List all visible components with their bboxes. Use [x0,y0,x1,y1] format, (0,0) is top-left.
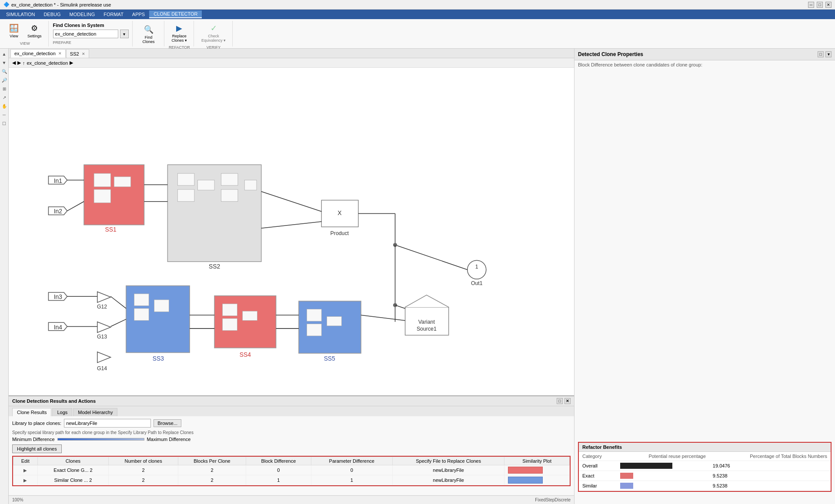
find-clones-button[interactable]: 🔍 FindClones [137,22,160,47]
slider-bar[interactable] [57,438,144,441]
menu-modeling[interactable]: MODELING [65,11,100,18]
menu-format[interactable]: FORMAT [99,11,128,18]
nav-forward[interactable]: ▶ [17,60,21,66]
browse-button[interactable]: Browse... [154,419,181,427]
row2-similarity-plot [504,475,570,485]
similar-category: Similar [579,481,617,491]
toolbar-group-verify: ✓ CheckEquivalency ▾ VERIFY [195,21,233,46]
sidebar-zoom-out[interactable]: 🔎 [1,76,8,83]
toolbar-group-refactor: ▶ ReplaceClones ▾ REFACTOR [165,21,194,46]
col-num-clones: Number of clones [109,457,178,465]
status-mode: FixedStepDiscrete [535,497,571,502]
maximize-button[interactable]: □ [817,2,823,8]
slider-min-label: Minimum Difference [12,437,55,442]
row2-blocks-per-clone: 2 [178,475,246,485]
title-text: ex_clone_detection * - Simulink prerelea… [11,2,111,7]
in2-block: In2 [48,207,67,215]
bottom-panel-close[interactable]: ✕ [564,398,571,404]
highlight-all-clones-button[interactable]: Highlight all clones [12,444,62,453]
svg-rect-11 [177,173,194,186]
view-button[interactable]: 🪟 View [5,22,23,40]
row2-specify-file: newLibraryFile [392,475,504,485]
col-edit: Edit [13,457,38,465]
sidebar-select[interactable]: ↗ [1,94,8,101]
svg-rect-42 [243,311,257,321]
tab-logs[interactable]: Logs [52,408,72,416]
close-button[interactable]: ✕ [825,2,832,8]
refactor-section: Refactor Benefits Category Potential reu… [578,442,832,492]
view-group-label: VIEW [20,41,30,46]
in1-block: In1 [48,176,67,184]
svg-rect-47 [327,316,342,326]
replace-clones-label: ReplaceClones ▾ [172,34,187,43]
settings-icon: ⚙ [31,23,38,33]
status-zoom: 100% [12,497,23,502]
refactor-col-category: Category [579,452,617,461]
breadcrumb-arrow: ▶ [70,60,73,66]
sidebar-arrow-up[interactable]: ▲ [1,50,8,57]
svg-rect-14 [221,173,237,186]
menu-simulation[interactable]: SIMULATION [2,11,39,18]
right-panel-header: Detected Clone Properties □ ▾ [574,49,835,60]
canvas-area[interactable]: In1 In2 SS1 [9,68,574,395]
check-icon: ✓ [210,23,217,33]
sidebar-line[interactable]: ─ [1,111,8,118]
toolbar: 🪟 View ⚙ Settings VIEW Find Clones in Sy… [0,19,835,49]
svg-text:SS5: SS5 [324,355,335,362]
settings-label: Settings [27,34,42,38]
minimize-button[interactable]: ─ [808,2,814,8]
refactor-row-exact: Exact 9.5238 [579,471,831,481]
right-panel-expand[interactable]: □ [818,51,824,57]
find-clones-title: Find Clones in System [53,23,129,28]
sidebar-hand[interactable]: ✋ [1,103,8,109]
library-input[interactable] [64,419,151,428]
find-clones-dropdown[interactable]: ▾ [120,30,129,38]
find-clones-input[interactable] [53,30,118,38]
tab-ex-clone-detection[interactable]: ex_clone_detection ✕ [10,49,66,58]
svg-text:X: X [337,209,341,216]
svg-rect-16 [244,180,257,190]
similar-bar-cell [617,481,709,491]
right-panel-spacer [574,69,835,438]
tab-close-main[interactable]: ✕ [58,51,62,56]
nav-back[interactable]: ◀ [12,60,16,66]
svg-text:Out1: Out1 [471,280,483,286]
menu-apps[interactable]: APPS [128,11,149,18]
col-blocks-per-clone: Blocks Per Clone [178,457,246,465]
results-table: Edit Clones Number of clones Blocks Per … [13,457,570,485]
tab-model-hierarchy[interactable]: Model Hierarchy [73,408,117,416]
bottom-panel-expand[interactable]: □ [557,398,563,404]
find-clones-group: Find Clones in System ▾ PREPARE [50,21,133,46]
check-equiv-button[interactable]: ✓ CheckEquivalency ▾ [198,22,229,44]
specify-path-label: Specify special library path for each cl… [12,430,571,435]
view-label: View [10,34,18,38]
in3-block: In3 [48,292,67,300]
tab-clone-results[interactable]: Clone Results [12,408,51,416]
sidebar-fit[interactable]: ⊞ [1,85,8,92]
settings-button[interactable]: ⚙ Settings [24,22,45,40]
svg-text:G12: G12 [97,304,107,310]
tab-close-ss2[interactable]: ✕ [82,52,85,56]
overall-category: Overall [579,461,617,471]
replace-clones-button[interactable]: ▶ ReplaceClones ▾ [169,22,190,44]
svg-rect-7 [94,189,110,203]
table-row[interactable]: ▶ Exact Clone G... 2 2 2 0 0 newLibraryF… [13,465,570,475]
slider-max-label: Maximum Difference [147,437,191,442]
menu-clone-detector[interactable]: CLONE DETECTOR [149,10,202,18]
similar-similarity-bar [508,477,543,484]
exact-category: Exact [579,471,617,481]
sidebar-block[interactable]: ☐ [1,120,8,127]
tab-ss2[interactable]: SS2 ✕ [66,49,89,58]
menu-debug[interactable]: DEBUG [39,11,65,18]
refactor-row-overall: Overall 19.0476 [579,461,831,471]
right-panel-collapse[interactable]: ▾ [825,51,832,57]
sidebar-arrow-down[interactable]: ▼ [1,59,8,66]
table-row[interactable]: ▶ Similar Clone ... 2 2 2 1 1 newLibrary… [13,475,570,485]
right-panel-subtext: Block Difference between clone candidate… [574,60,835,69]
sidebar-zoom-in[interactable]: 🔍 [1,68,8,75]
svg-rect-15 [221,189,237,202]
diagram-svg: In1 In2 SS1 [9,68,574,395]
toolbar-group-view: 🪟 View ⚙ Settings VIEW [2,21,49,46]
main-layout: ▲ ▼ 🔍 🔎 ⊞ ↗ ✋ ─ ☐ ex_clone_detection ✕ S… [0,49,835,504]
nav-up[interactable]: ↑ [23,60,25,66]
